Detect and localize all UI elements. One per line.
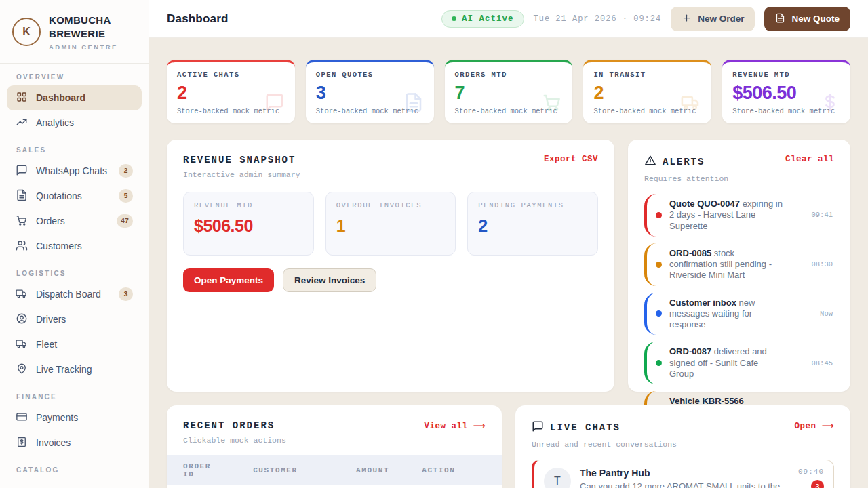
alert-dot-icon [656, 212, 662, 218]
sidebar-item-label: Drivers [36, 314, 66, 325]
stat-label: ACTIVE CHATS [177, 70, 285, 79]
ai-status-badge: AI Active [441, 10, 524, 28]
sidebar-item-label: Analytics [36, 117, 74, 128]
metric-pending-payments: PENDING PAYMENTS 2 [467, 192, 598, 256]
stat-label: OPEN QUOTES [316, 70, 424, 79]
alert-item[interactable]: ORD-0085 stock confirmation still pendin… [644, 243, 834, 286]
credit-card-icon [16, 411, 28, 425]
amount-cell: $82 [340, 485, 406, 488]
sidebar-item-label: Quotations [36, 190, 82, 201]
table-row: ORD-0089 Green Basket Market $82 View Tr… [167, 485, 502, 488]
new-order-label: New Order [698, 14, 744, 24]
alert-time: 08:30 [792, 260, 834, 268]
status-dot-icon [452, 16, 456, 21]
sidebar-item-analytics[interactable]: Analytics [7, 110, 142, 136]
badge-count: 3 [119, 287, 133, 301]
stats-row: ACTIVE CHATS 2 Store-backed mock metric … [167, 60, 850, 123]
sidebar-item-dashboard[interactable]: Dashboard [7, 85, 142, 110]
live-chats-title: LIVE CHATS [532, 420, 677, 435]
alert-highlight: ORD-0085 [669, 248, 711, 258]
alert-time: Now [792, 310, 834, 318]
revenue-snapshot-panel: REVENUE SNAPSHOT Interactive admin summa… [167, 140, 614, 392]
cart-icon [542, 92, 562, 113]
chat-icon [16, 164, 28, 178]
sidebar-item-quotations[interactable]: Quotations 5 [7, 184, 142, 209]
stat-label: IN TRANSIT [593, 70, 701, 79]
brand: K KOMBUCHA BREWERIE ADMIN CENTRE [0, 0, 149, 64]
brand-name: KOMBUCHA BREWERIE [49, 14, 136, 41]
chat-name: The Pantry Hub [580, 468, 789, 479]
document-icon [775, 13, 785, 25]
metric-label: REVENUE MTD [194, 201, 303, 209]
sidebar-item-orders[interactable]: Orders 47 [7, 209, 142, 234]
open-payments-button[interactable]: Open Payments [183, 268, 274, 292]
alert-time: 09:41 [792, 211, 834, 219]
avatar: T [544, 468, 571, 488]
alert-highlight: ORD-0087 [669, 346, 711, 357]
trend-icon [16, 116, 28, 130]
map-pin-icon [16, 363, 28, 377]
sidebar-item-label: Orders [36, 216, 65, 226]
order-id-cell: ORD-0089 [167, 485, 237, 488]
main-area: Dashboard AI Active Tue 21 Apr 2026 · 09… [149, 0, 868, 488]
chat-list-item[interactable]: T The Pantry Hub Can you add 12 more ARO… [532, 460, 834, 488]
bottom-row: RECENT ORDERS Clickable mock actions Vie… [167, 405, 850, 488]
alert-item[interactable]: ORD-0087 delivered and signed off - Sunl… [644, 342, 834, 384]
new-order-button[interactable]: New Order [671, 7, 755, 31]
receipt-icon [16, 436, 28, 450]
sidebar-item-label: Dashboard [36, 92, 85, 103]
sidebar-item-whatsapp-chats[interactable]: WhatsApp Chats 2 [7, 159, 142, 184]
col-order-id: ORDER ID [167, 455, 237, 485]
chat-time: 09:40 [798, 468, 824, 476]
orders-table: ORDER ID CUSTOMER AMOUNT ACTION ORD-0089… [167, 455, 502, 488]
alert-highlight: Customer inbox [669, 298, 736, 308]
sidebar-item-dispatch-board[interactable]: Dispatch Board 3 [7, 282, 142, 307]
stat-card-revenue-mtd: REVENUE MTD $506.50 Store-backed mock me… [722, 60, 850, 123]
sidebar-item-live-tracking[interactable]: Live Tracking [7, 357, 142, 382]
sidebar-item-payments[interactable]: Payments [7, 405, 142, 430]
sidebar-item-customers[interactable]: Customers [7, 234, 142, 259]
sidebar-item-drivers[interactable]: Drivers [7, 307, 142, 332]
col-customer: CUSTOMER [237, 455, 340, 485]
recent-orders-subtitle: Clickable mock actions [183, 436, 286, 445]
truck-icon [681, 92, 701, 113]
alert-item[interactable]: Customer inbox new messages waiting for … [644, 293, 834, 336]
revenue-snapshot-subtitle: Interactive admin summary [183, 170, 300, 179]
alerts-title: ALERTS [644, 155, 728, 169]
chat-icon [532, 420, 544, 435]
metric-value: 2 [478, 216, 587, 236]
section-label-overview: OVERVIEW [16, 73, 132, 81]
stat-card-open-quotes: OPEN QUOTES 3 Store-backed mock metric [306, 60, 434, 123]
sidebar-item-invoices[interactable]: Invoices [7, 430, 142, 455]
brand-logo: K [12, 18, 41, 46]
customer-cell: Green Basket Market [237, 485, 340, 488]
metric-overdue-invoices: OVERDUE INVOICES 1 [326, 192, 456, 256]
badge-count: 5 [119, 189, 133, 203]
alerts-subtitle: Requires attention [644, 174, 728, 183]
stat-label: REVENUE MTD [732, 70, 840, 79]
stat-card-active-chats: ACTIVE CHATS 2 Store-backed mock metric [167, 60, 295, 123]
live-chats-panel: LIVE CHATS Unread and recent conversatio… [515, 405, 850, 488]
export-csv-link[interactable]: Export CSV [544, 155, 598, 164]
clear-all-link[interactable]: Clear all [785, 155, 834, 164]
open-chats-link[interactable]: Open ⟶ [795, 420, 834, 431]
warning-icon [644, 155, 656, 169]
alert-item[interactable]: Quote QUO-0047 expiring in 2 days - Harv… [644, 194, 834, 237]
brand-initial: K [22, 26, 31, 38]
section-label-catalog: CATALOG [16, 466, 132, 474]
sidebar-item-fleet[interactable]: Fleet [7, 332, 142, 357]
metric-value: $506.50 [194, 216, 303, 236]
section-label-logistics: LOGISTICS [16, 270, 132, 277]
section-label-finance: FINANCE [16, 393, 132, 401]
view-all-link[interactable]: View all ⟶ [425, 420, 486, 431]
new-quote-button[interactable]: New Quote [764, 7, 850, 31]
cart-icon [16, 214, 28, 228]
grid-icon [16, 91, 28, 105]
alert-highlight: Quote QUO-0047 [669, 199, 740, 209]
sidebar-item-label: Customers [36, 241, 82, 251]
truck-icon [16, 287, 28, 302]
badge-count: 47 [117, 214, 133, 228]
sidebar-item-label: WhatsApp Chats [36, 165, 107, 176]
review-invoices-button[interactable]: Review Invoices [283, 268, 376, 292]
dollar-icon [820, 92, 840, 113]
